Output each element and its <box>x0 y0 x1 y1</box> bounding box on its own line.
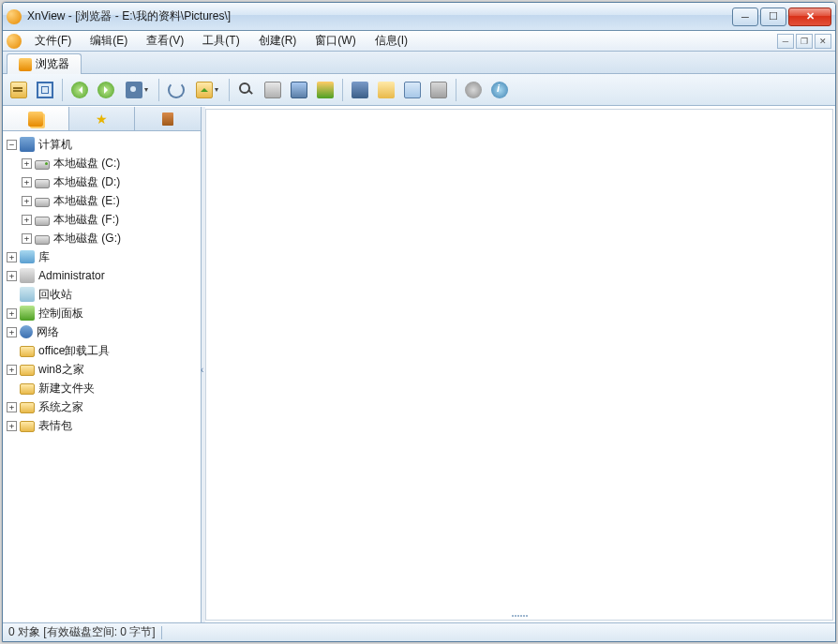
sidebar-tab-categories[interactable] <box>135 107 201 130</box>
back-icon <box>71 82 88 98</box>
expander-icon[interactable]: + <box>7 327 17 337</box>
sidebar-tabs: ★ <box>3 107 201 131</box>
fullscreen-button[interactable] <box>33 78 57 102</box>
tree-node[interactable]: 新建文件夹 <box>5 379 199 397</box>
computer-icon <box>20 137 35 152</box>
mdi-restore-button[interactable]: ❐ <box>796 34 813 49</box>
convert-button[interactable] <box>313 78 337 102</box>
separator <box>62 79 63 101</box>
expander-icon[interactable]: − <box>7 140 17 150</box>
scan-button[interactable] <box>287 78 311 102</box>
up-button[interactable]: ▾ <box>190 78 224 102</box>
expander-icon[interactable]: + <box>22 177 32 187</box>
menu-tools[interactable]: 工具(T) <box>193 31 248 51</box>
menu-edit[interactable]: 编辑(E) <box>81 31 137 51</box>
tree-node[interactable]: +系统之家 <box>5 397 199 416</box>
tree-node[interactable]: +控制面板 <box>5 304 199 322</box>
maximize-button[interactable]: ☐ <box>760 7 786 26</box>
folder-icon <box>20 402 35 413</box>
back-button[interactable] <box>67 78 92 102</box>
expander-icon[interactable]: + <box>7 402 17 412</box>
expander-icon[interactable]: + <box>7 365 17 375</box>
tree-node[interactable]: 回收站 <box>5 285 199 304</box>
mdi-close-button[interactable]: ✕ <box>815 34 831 49</box>
title-bar[interactable]: XnView - [浏览器 - E:\我的资料\Pictures\] ─ ☐ ✕ <box>3 3 835 31</box>
star-icon: ★ <box>96 112 108 127</box>
search-icon <box>238 82 255 98</box>
sidebar-tab-folders[interactable] <box>3 107 69 130</box>
horizontal-splitter-grip[interactable] <box>496 613 543 619</box>
menu-file[interactable]: 文件(F) <box>25 31 81 51</box>
jpeg-button[interactable] <box>374 78 398 102</box>
camera-button[interactable]: ▾ <box>120 78 154 102</box>
content-pane[interactable] <box>205 109 833 621</box>
menu-create[interactable]: 创建(R) <box>249 31 307 51</box>
tree-node[interactable]: +库 <box>5 247 199 266</box>
forward-button[interactable] <box>94 78 118 102</box>
expander-icon[interactable]: + <box>22 158 32 169</box>
tree-node[interactable]: +网络 <box>5 322 199 341</box>
fullscreen-icon <box>37 82 53 98</box>
expander-icon[interactable]: + <box>22 215 32 225</box>
separator <box>229 79 230 101</box>
tree-node-drive[interactable]: +本地磁盘 (F:) <box>5 210 199 229</box>
tab-bar: 浏览器 <box>3 52 835 74</box>
tree-node-drive[interactable]: +本地磁盘 (G:) <box>5 229 199 247</box>
about-button[interactable] <box>487 78 512 102</box>
status-bar: 0 对象 [有效磁盘空间: 0 字节] <box>3 622 835 641</box>
capture-button[interactable] <box>348 78 372 102</box>
tree-node[interactable]: +win8之家 <box>5 360 199 379</box>
separator <box>158 79 159 101</box>
settings-button[interactable] <box>461 78 486 102</box>
expander-icon[interactable]: + <box>7 308 17 319</box>
separator <box>456 79 456 101</box>
tree-node[interactable]: +Administrator <box>5 266 199 285</box>
separator <box>161 626 162 639</box>
open-button[interactable] <box>7 78 31 102</box>
folder-icon <box>20 346 35 357</box>
refresh-button[interactable] <box>164 78 188 102</box>
mdi-buttons: ─ ❐ ✕ <box>777 34 833 49</box>
tree-node-computer[interactable]: − 计算机 <box>5 135 199 154</box>
menu-info[interactable]: 信息(I) <box>366 31 417 51</box>
expander-icon[interactable]: + <box>7 271 17 281</box>
separator <box>342 79 343 101</box>
drive-icon <box>35 198 50 207</box>
print-button[interactable] <box>261 78 285 102</box>
expander-icon[interactable]: + <box>22 233 32 244</box>
mdi-minimize-button[interactable]: ─ <box>777 34 794 49</box>
minimize-button[interactable]: ─ <box>732 7 758 26</box>
tree-node[interactable]: +表情包 <box>5 416 199 435</box>
search-button[interactable] <box>234 78 259 102</box>
slideshow-button[interactable] <box>426 78 451 102</box>
folder-icon <box>20 365 35 376</box>
scanner-icon <box>291 82 307 98</box>
tree-label: 本地磁盘 (G:) <box>53 231 121 247</box>
menu-view[interactable]: 查看(V) <box>137 31 193 51</box>
duplicate-button[interactable] <box>400 78 425 102</box>
tree-label: 网络 <box>37 324 59 340</box>
tree-node-drive[interactable]: +本地磁盘 (D:) <box>5 172 199 191</box>
tree-label: 新建文件夹 <box>38 381 95 397</box>
sidebar: ★ − 计算机 +本地磁盘 (C:)+本地磁盘 (D:)+本地磁盘 (E:)+本… <box>3 107 202 622</box>
drive-icon <box>35 217 50 226</box>
recycle-icon <box>20 287 35 302</box>
sidebar-tab-favorites[interactable]: ★ <box>69 107 136 130</box>
gear-icon <box>465 82 482 98</box>
tree-label: win8之家 <box>38 362 84 378</box>
expander-icon[interactable]: + <box>7 252 17 262</box>
tab-browser[interactable]: 浏览器 <box>7 53 82 74</box>
folder-tree[interactable]: − 计算机 +本地磁盘 (C:)+本地磁盘 (D:)+本地磁盘 (E:)+本地磁… <box>3 131 201 622</box>
tree-node-drive[interactable]: +本地磁盘 (C:) <box>5 154 199 172</box>
close-button[interactable]: ✕ <box>788 7 831 26</box>
chevron-down-icon: ▾ <box>215 85 218 94</box>
tree-label: 回收站 <box>38 287 72 303</box>
tree-node-drive[interactable]: +本地磁盘 (E:) <box>5 191 199 210</box>
expander-icon[interactable]: + <box>22 196 32 206</box>
menu-window[interactable]: 窗口(W) <box>306 31 365 51</box>
drive-icon <box>35 179 50 188</box>
tree-node[interactable]: office卸载工具 <box>5 341 199 360</box>
expander-icon[interactable]: + <box>7 421 17 431</box>
lib-icon <box>20 250 35 263</box>
menu-bar: 文件(F) 编辑(E) 查看(V) 工具(T) 创建(R) 窗口(W) 信息(I… <box>3 31 835 52</box>
